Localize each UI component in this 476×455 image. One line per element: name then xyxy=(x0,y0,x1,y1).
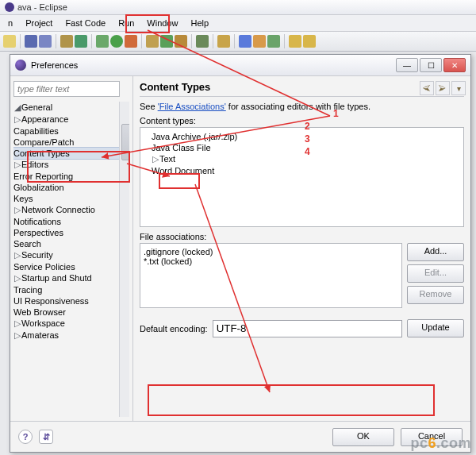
menu-project[interactable]: Project xyxy=(19,17,59,29)
see-text: See 'File Associations' for associating … xyxy=(140,102,464,111)
import-export-icon[interactable]: ⇵ xyxy=(39,430,53,444)
menu-help[interactable]: Help xyxy=(184,17,215,29)
new-package-icon[interactable] xyxy=(146,35,159,48)
file-associations-list[interactable]: .gitignore (locked) *.txt (locked) xyxy=(140,243,402,308)
save-icon[interactable] xyxy=(25,35,37,48)
tree-scrollbar[interactable] xyxy=(119,102,129,417)
eclipse-titlebar: ava - Eclipse xyxy=(0,0,476,15)
watermark: pc6.com xyxy=(410,435,471,452)
annotation-number: 3 xyxy=(305,133,310,145)
menu-nav-icon[interactable]: ▾ xyxy=(451,81,466,95)
annotation-box xyxy=(27,151,130,183)
search-icon[interactable] xyxy=(217,35,230,48)
tree-item[interactable]: UI Responsiveness xyxy=(13,296,89,306)
tree-item[interactable]: Appearance xyxy=(21,114,68,124)
dialog-footer: ? ⇵ OK Cancel xyxy=(10,421,470,452)
app-title: ava - Eclipse xyxy=(17,2,67,12)
main-toolbar xyxy=(0,32,476,52)
fa-item[interactable]: *.txt (locked) xyxy=(144,256,398,266)
eclipse-icon xyxy=(5,2,14,12)
toolbar-separator xyxy=(213,34,213,48)
tree-item[interactable]: Globalization xyxy=(13,183,64,192)
back-icon[interactable] xyxy=(289,35,301,48)
preferences-tree-pane: ◢General ▷Appearance Capabilities Compar… xyxy=(10,76,133,422)
minimize-button[interactable]: — xyxy=(396,58,418,72)
menu-n[interactable]: n xyxy=(2,17,19,29)
toolbar-separator xyxy=(141,34,142,48)
annotation-box xyxy=(159,173,200,189)
annotation-number: 1 xyxy=(333,108,339,119)
tree-item[interactable]: Startup and Shutd xyxy=(21,273,92,283)
preferences-tree[interactable]: ◢General ▷Appearance Capabilities Compar… xyxy=(13,102,129,417)
toolbar-icon[interactable] xyxy=(75,35,87,48)
remove-button[interactable]: Remove xyxy=(407,286,464,304)
back-nav-icon[interactable]: ⮘ xyxy=(420,81,434,95)
toolbar-separator xyxy=(191,34,192,48)
new-class-icon[interactable] xyxy=(160,35,173,48)
help-icon[interactable]: ? xyxy=(18,430,33,444)
toolbar-separator xyxy=(284,34,285,48)
add-button[interactable]: Add... xyxy=(407,243,464,261)
annotation-number: 4 xyxy=(305,146,310,157)
default-encoding-label: Default encoding: xyxy=(140,324,208,334)
run-ext-icon[interactable] xyxy=(125,35,137,48)
tree-item[interactable]: Capabilities xyxy=(13,126,59,136)
tree-amateras[interactable]: Amateras xyxy=(21,330,59,340)
open-type-icon[interactable] xyxy=(196,35,209,48)
annotation-box xyxy=(125,14,170,33)
tree-item[interactable]: Security xyxy=(21,250,53,260)
maximize-button[interactable]: ☐ xyxy=(420,58,442,72)
close-button[interactable]: ✕ xyxy=(443,58,466,72)
toolbar-icon[interactable] xyxy=(253,35,266,48)
dialog-titlebar: Preferences — ☐ ✕ xyxy=(10,55,470,76)
default-encoding-input[interactable] xyxy=(213,320,402,337)
fa-item[interactable]: .gitignore (locked) xyxy=(144,247,398,256)
save-all-icon[interactable] xyxy=(39,35,52,48)
toolbar-separator xyxy=(91,34,92,48)
toolbar-separator xyxy=(234,34,235,48)
tree-item[interactable]: Service Policies xyxy=(13,262,75,272)
update-button[interactable]: Update xyxy=(407,319,464,337)
page-heading: Content Types xyxy=(140,81,464,93)
file-associations-label: File associations: xyxy=(140,232,464,241)
menu-fast-code[interactable]: Fast Code xyxy=(59,17,112,29)
toolbar-icon[interactable] xyxy=(60,35,73,48)
toolbar-icon[interactable] xyxy=(267,35,280,48)
tree-general[interactable]: General xyxy=(21,102,52,112)
forward-icon[interactable] xyxy=(303,35,316,48)
tree-item[interactable]: Tracing xyxy=(13,285,42,295)
tree-item[interactable]: Search xyxy=(13,239,41,249)
content-types-page: Content Types ⮘ ⮚ ▾ See 'File Associatio… xyxy=(133,76,470,422)
menubar: n Project Fast Code Run Window Help xyxy=(0,15,476,32)
forward-nav-icon[interactable]: ⮚ xyxy=(436,81,450,95)
dialog-title: Preferences xyxy=(31,60,78,70)
toolbar-icon[interactable] xyxy=(239,35,251,48)
toolbar-separator xyxy=(20,34,21,48)
content-types-label: Content types: xyxy=(140,116,464,125)
tree-item[interactable]: Workspace xyxy=(21,318,65,328)
toolbar-icon[interactable] xyxy=(3,35,16,48)
tree-item[interactable]: Web Browser xyxy=(13,307,66,317)
tree-item[interactable]: Notifications xyxy=(13,217,61,226)
tree-item[interactable]: Keys xyxy=(13,194,33,203)
run-icon[interactable] xyxy=(110,35,123,48)
tree-item[interactable]: Compare/Patch xyxy=(13,137,74,147)
new-icon[interactable] xyxy=(175,35,187,48)
annotation-number: 2 xyxy=(305,121,310,132)
toolbar-separator xyxy=(56,34,56,48)
file-associations-link[interactable]: 'File Associations' xyxy=(158,102,226,111)
divider xyxy=(140,96,464,97)
debug-icon[interactable] xyxy=(96,35,109,48)
ok-button[interactable]: OK xyxy=(332,428,394,446)
filter-input[interactable] xyxy=(13,81,120,97)
eclipse-icon xyxy=(15,60,26,71)
annotation-box xyxy=(148,384,435,416)
tree-item[interactable]: Perspectives xyxy=(13,228,63,237)
tree-item[interactable]: Network Connectio xyxy=(21,205,95,214)
edit-button[interactable]: Edit... xyxy=(407,264,464,283)
